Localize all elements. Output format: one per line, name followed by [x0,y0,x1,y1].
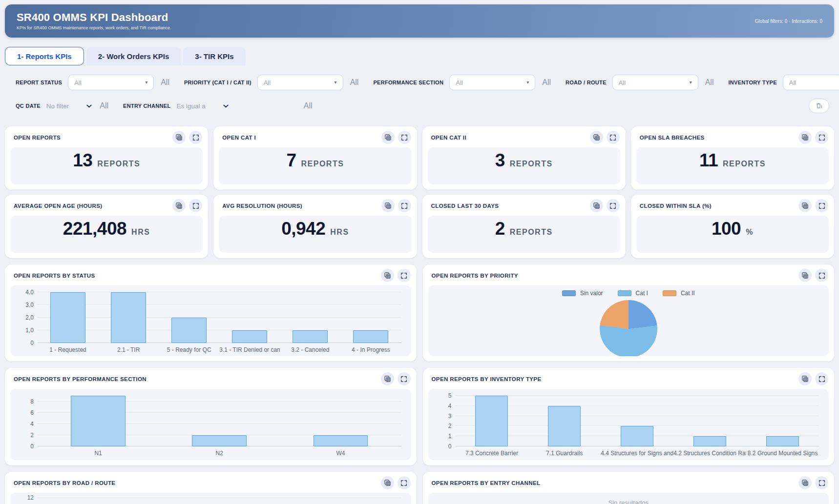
expand-button[interactable] [398,131,411,144]
table-view-button[interactable] [381,476,394,489]
bar-chart-status: 01,02,03,04,0 [38,292,401,343]
table-view-button[interactable] [381,131,395,144]
legend-item[interactable]: Cat I [618,290,648,297]
y-axis-tick: 12 [14,494,34,501]
kpi-body: 100% [636,216,829,253]
kpi-card: OPEN SLA BREACHES11REPORTS [631,126,834,190]
tab-reports-kpis[interactable]: 1- Reports KPIs [5,47,84,65]
expand-button[interactable] [815,476,828,489]
bars-layer [38,292,401,343]
chevron-down-icon [85,102,93,110]
kpi-value: 13 [73,150,92,171]
expand-button[interactable] [815,372,828,385]
card-header: OPEN REPORTS BY PERFORMANCE SECTION [5,368,417,389]
date-filter-value: Es igual a [177,102,206,110]
expand-button[interactable] [398,476,411,489]
filter-label: PERFORMANCE SECTION [373,80,443,85]
table-view-button[interactable] [590,199,603,212]
bar-slot [456,396,528,446]
kpi-body: 3REPORTS [428,147,620,184]
expand-icon [400,376,407,383]
table-view-button[interactable] [381,269,394,282]
expand-icon [400,480,407,486]
expand-button[interactable] [189,131,202,144]
legend-swatch [562,290,576,296]
expand-icon [818,134,825,141]
card-header: OPEN CAT II [422,126,626,147]
card-header: OPEN REPORTS [5,126,208,147]
select-value: All [456,79,462,86]
kpi-value: 100 [712,219,741,239]
table-view-button[interactable] [381,372,394,385]
table-view-button[interactable] [798,372,812,385]
table-view-button[interactable] [798,269,812,282]
card-header: AVG RESOLUTION (HOURS) [213,195,417,216]
expand-button[interactable] [398,372,411,385]
bar-slot [673,396,746,446]
y-axis-tick: 3,0 [14,302,34,308]
y-axis-tick: 5 [432,392,452,399]
bar [232,330,267,343]
category-label: 3.2 - Canceled [280,346,340,353]
qc-date-filter[interactable]: No filter [46,102,93,110]
expand-icon [401,134,408,141]
bar-slot [98,292,159,343]
road-route-select[interactable]: All ▾ [612,75,698,90]
table-view-button[interactable] [172,131,186,144]
performance-section-select[interactable]: All ▾ [449,75,535,90]
kpi-value: 3 [495,150,505,171]
table-view-button[interactable] [798,199,812,212]
report-status-select[interactable]: All ▾ [68,75,154,90]
expand-button[interactable] [815,199,828,212]
priority-select[interactable]: All ▾ [257,75,343,90]
kpi-card: OPEN CAT I7REPORTS [213,126,417,190]
page-subtitle: KPIs for SR400 OMMS maintenance reports,… [17,25,171,30]
tab-work-orders-kpis[interactable]: 2- Work Orders KPIs [86,47,181,65]
expand-button[interactable] [815,131,828,144]
filter-suffix: All [542,78,551,87]
expand-button[interactable] [607,199,620,212]
chart-card-road: OPEN REPORTS BY ROAD / ROUTE12 [5,472,417,504]
filter-entry-channel: ENTRY CHANNEL Es igual a [123,102,230,110]
inventory-type-select[interactable]: All ▾ [783,75,839,90]
data-table-icon [384,272,391,279]
category-label: 5 - Ready for QC [159,346,219,353]
kpi-value-group: 0,942HRS [281,219,349,239]
expand-button[interactable] [189,199,202,212]
entry-channel-filter[interactable]: Es igual a [177,102,230,110]
expand-button[interactable] [607,131,620,144]
bar-slot [280,292,340,343]
table-view-button[interactable] [798,476,812,489]
select-value: All [74,79,81,86]
table-view-button[interactable] [381,199,395,212]
kpi-body: 0,942HRS [219,216,411,253]
tab-tir-kpis[interactable]: 3- TIR KPIs [183,47,245,65]
legend-item[interactable]: Sin valor [562,290,603,297]
expand-button[interactable] [398,199,411,212]
expand-button[interactable] [398,269,411,282]
legend-label: Cat II [681,290,695,297]
chart-panel-inventory: 0123457.3 Concrete Barrier7.1 Guardrails… [428,389,829,460]
data-table-icon [384,375,391,383]
legend-item[interactable]: Cat II [663,290,695,297]
card-header: OPEN REPORTS BY INVENTORY TYPE [423,368,835,389]
kpi-value: 221,408 [63,219,126,239]
table-view-button[interactable] [172,199,186,212]
filter-priority: PRIORITY (CAT I / CAT II) All ▾ All [184,75,358,90]
filter-suffix: All [350,78,359,87]
category-label: 2.1 - TIR [98,346,159,353]
expand-icon [818,202,825,209]
y-axis-tick: 2 [14,432,34,439]
filter-label: REPORT STATUS [16,80,62,85]
table-view-button[interactable] [798,131,812,144]
chart-panel-performance: 02468N1N2W4 [10,389,411,460]
charts-grid: OPEN REPORTS BY STATUS01,02,03,04,01 - R… [5,264,834,504]
kpi-value: 7 [286,150,296,171]
kpi-grid: OPEN REPORTS13REPORTSOPEN CAT I7REPORTSO… [5,126,834,258]
clear-filters-button[interactable] [809,99,829,113]
chart-card-priority: OPEN REPORTS BY PRIORITYSin valorCat ICa… [423,264,835,362]
bar [353,330,388,343]
table-view-button[interactable] [590,131,603,144]
expand-button[interactable] [815,269,828,282]
kpi-value-group: 11REPORTS [699,150,766,171]
